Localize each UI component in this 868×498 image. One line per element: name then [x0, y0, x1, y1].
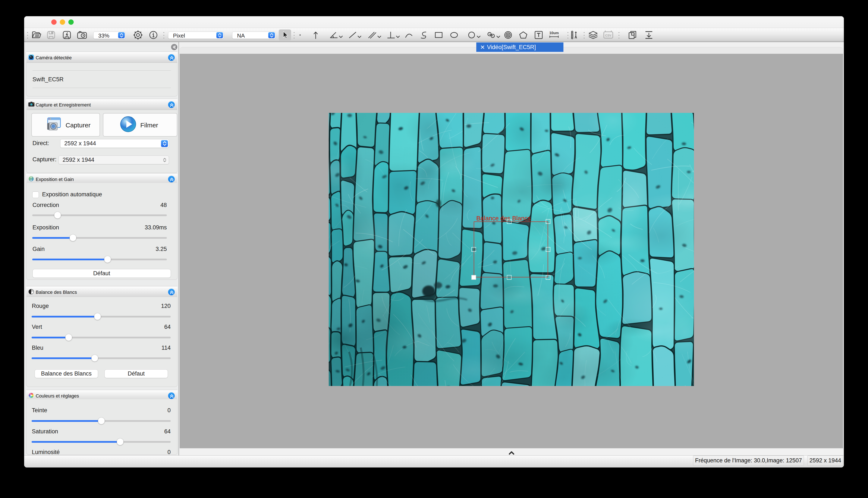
svg-text:10um: 10um [549, 31, 559, 35]
svg-text:CSV: CSV [605, 34, 612, 37]
